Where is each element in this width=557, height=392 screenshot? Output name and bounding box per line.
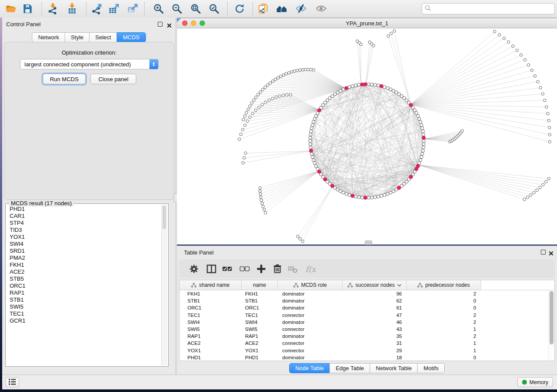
export-table-icon[interactable]: [108, 3, 120, 14]
mcds-result-item[interactable]: SWI4: [7, 241, 161, 248]
mcds-result-box: MCDS result (17 nodes) PHD1CAR1STP4TID3Y…: [5, 203, 169, 367]
table-cell: connector: [278, 340, 343, 346]
column-header-shared-name[interactable]: shared name: [180, 280, 242, 290]
delete-icon[interactable]: [272, 263, 283, 275]
refresh-icon[interactable]: [234, 3, 246, 14]
memory-label: Memory: [529, 379, 548, 385]
zoom-in-icon[interactable]: [153, 3, 164, 14]
table-cell: 61: [343, 305, 407, 310]
mcds-result-item[interactable]: STP4: [7, 220, 161, 227]
table-row[interactable]: SWI4SWI4dominator462: [180, 319, 554, 326]
settings-icon[interactable]: [188, 263, 200, 275]
tab-edge-table[interactable]: Edge Table: [329, 363, 370, 373]
table-cell: 47: [343, 313, 407, 318]
toolbar-separator: [253, 2, 253, 15]
column-header-successor-nodes[interactable]: successor nodes: [343, 280, 407, 290]
mcds-result-item[interactable]: GCR1: [7, 317, 161, 324]
tab-motifs[interactable]: Motifs: [417, 363, 445, 373]
mcds-result-item[interactable]: FKH1: [7, 261, 161, 268]
table-row[interactable]: SWI5SWI5connector431: [180, 326, 554, 333]
node-table: shared namenameMCDS rolesuccessor nodesp…: [179, 280, 555, 361]
export-network-icon[interactable]: [91, 3, 102, 14]
tab-network-table[interactable]: Network Table: [370, 363, 418, 373]
export-image-icon[interactable]: [127, 3, 138, 14]
search-input[interactable]: [433, 5, 552, 13]
table-scrollbar-thumb[interactable]: [550, 291, 554, 344]
table-cell: ACE2: [242, 340, 278, 346]
search-box[interactable]: [422, 3, 555, 14]
show-graphics-details-icon[interactable]: [315, 3, 327, 14]
mcds-result-item[interactable]: ORC1: [7, 282, 161, 289]
column-header-predecessor-nodes[interactable]: predecessor nodes: [407, 280, 481, 290]
criterion-dropdown[interactable]: largest connected component (undirected): [20, 59, 159, 69]
table-cell: TEC1: [242, 313, 278, 318]
memory-button[interactable]: Memory: [517, 377, 553, 387]
table-row[interactable]: RAP1RAP1dominator352: [180, 333, 554, 340]
table-row[interactable]: YOX1YOX1connector291: [180, 347, 554, 354]
tab-node-table[interactable]: Node Table: [289, 363, 330, 373]
add-icon[interactable]: [256, 263, 267, 275]
network-canvas[interactable]: [177, 28, 557, 244]
mcds-result-item[interactable]: STB5: [7, 275, 161, 282]
close-panel-icon[interactable]: [167, 22, 172, 27]
tab-style[interactable]: Style: [65, 32, 90, 42]
column-header-mcds-role[interactable]: MCDS role: [278, 280, 343, 290]
home-icon[interactable]: [276, 3, 287, 14]
mcds-result-item[interactable]: PHD1: [7, 206, 161, 213]
table-row[interactable]: TEC1TEC1connector472: [180, 312, 554, 319]
table-header-row: shared namenameMCDS rolesuccessor nodesp…: [180, 280, 554, 290]
mcds-result-item[interactable]: ACE2: [7, 268, 161, 275]
columns-icon[interactable]: [206, 263, 217, 275]
table-row[interactable]: FKH1FKH1dominator962: [180, 290, 554, 297]
table-cell: 31: [343, 340, 407, 346]
mcds-result-item[interactable]: PMA2: [7, 254, 161, 261]
deselect-all-icon[interactable]: [239, 263, 250, 275]
tab-network[interactable]: Network: [32, 32, 65, 42]
float-table-panel-icon[interactable]: [541, 250, 546, 254]
mcds-result-item[interactable]: TID3: [7, 227, 161, 234]
zoom-selected-icon[interactable]: [208, 3, 220, 14]
table-cell: ORC1: [242, 305, 278, 310]
control-panel: Control Panel NetworkStyleSelectMCDS Opt…: [2, 17, 176, 375]
table-row[interactable]: ACE2ACE2connector311: [180, 340, 554, 347]
table-scrollbar[interactable]: [548, 290, 554, 360]
panel-list-button[interactable]: [5, 377, 19, 387]
hide-graphics-details-icon[interactable]: [295, 3, 307, 14]
close-table-panel-icon[interactable]: [549, 250, 554, 254]
import-network-icon[interactable]: [47, 3, 59, 14]
select-all-icon[interactable]: [221, 263, 233, 275]
zoom-out-icon[interactable]: [171, 3, 183, 14]
table-row[interactable]: STB1STB1dominator620: [180, 297, 554, 304]
mcds-result-item[interactable]: SRD1: [7, 248, 161, 254]
mcds-result-item[interactable]: YOX1: [7, 234, 161, 241]
run-mcds-button[interactable]: Run MCDS: [43, 74, 86, 84]
save-icon[interactable]: [22, 3, 33, 14]
mcds-result-item[interactable]: STB1: [7, 296, 161, 303]
close-panel-button[interactable]: Close panel: [90, 74, 136, 84]
mcds-result-item[interactable]: RAP1: [7, 289, 161, 296]
mcds-result-item[interactable]: TEC1: [7, 310, 161, 317]
tab-select[interactable]: Select: [89, 32, 117, 42]
column-header-name[interactable]: name: [242, 280, 278, 290]
mcds-result-item[interactable]: CAR1: [7, 213, 161, 220]
table-row[interactable]: PHD1PHD1dominator180: [180, 354, 554, 361]
float-panel-icon[interactable]: [158, 22, 163, 27]
table-cell: ACE2: [180, 340, 242, 346]
share-document-icon[interactable]: [258, 3, 269, 14]
tab-mcds[interactable]: MCDS: [117, 32, 145, 42]
open-icon[interactable]: [5, 3, 17, 14]
table-row[interactable]: ORC1ORC1dominator610: [180, 304, 554, 311]
mcds-result-item[interactable]: SWI5: [7, 303, 161, 310]
main-toolbar: [0, 0, 557, 18]
desktop: Control Panel NetworkStyleSelectMCDS Opt…: [0, 0, 557, 392]
horizontal-splitter-handle[interactable]: [365, 241, 372, 245]
zoom-fit-icon[interactable]: [190, 3, 201, 14]
table-cell: STB1: [180, 298, 242, 303]
table-cell: 62: [343, 298, 407, 303]
network-titlebar[interactable]: YPA_prune.txt_1: [177, 18, 557, 28]
mcds-list-scrollbar[interactable]: [161, 205, 167, 365]
table-cell: connector: [278, 327, 343, 332]
table-cell: connector: [278, 348, 343, 353]
import-table-icon[interactable]: [66, 3, 78, 14]
table-cell: YOX1: [242, 348, 278, 353]
